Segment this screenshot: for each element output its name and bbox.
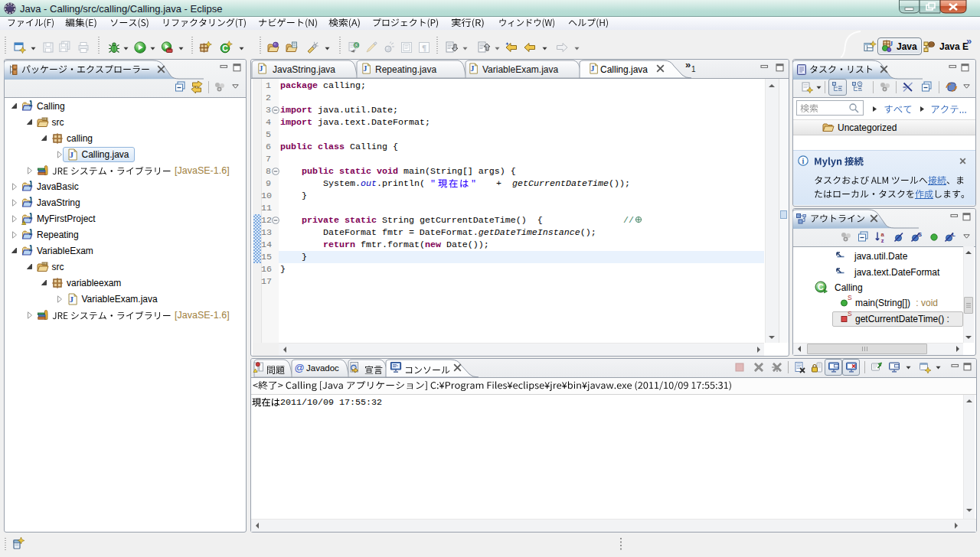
svg-text:C: C (222, 44, 228, 53)
svg-text:G: G (354, 42, 358, 47)
svg-text:i: i (802, 157, 805, 165)
svg-text:C: C (818, 282, 824, 292)
svg-text:z: z (881, 237, 884, 244)
svg-text:J: J (363, 64, 367, 73)
svg-text:J: J (259, 64, 263, 73)
svg-text:J: J (69, 295, 74, 304)
svg-text:J: J (470, 64, 474, 73)
svg-text:J: J (590, 64, 594, 73)
svg-text:S: S (918, 231, 922, 238)
svg-text:J: J (69, 150, 74, 159)
svg-text:L: L (952, 231, 956, 238)
svg-text:@: @ (294, 362, 304, 373)
svg-text:J: J (890, 40, 893, 47)
svg-text:¶: ¶ (422, 43, 426, 52)
